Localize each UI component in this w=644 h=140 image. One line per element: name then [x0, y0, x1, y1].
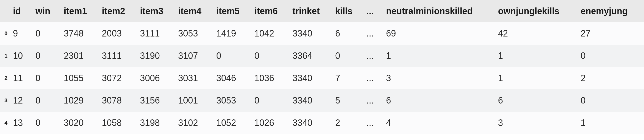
cell: 69	[384, 22, 496, 45]
col-neutralminionskilled: neutralminionskilled	[384, 0, 496, 22]
cell: 3	[496, 112, 578, 134]
cell: 2301	[62, 45, 100, 67]
cell: 3111	[138, 22, 176, 45]
table-row: 4 13 0 3020 1058 3198 3102 1052 1026 334…	[0, 112, 644, 134]
cell: 1	[578, 112, 644, 134]
cell: 6	[333, 22, 364, 45]
cell: 7	[333, 67, 364, 89]
cell: 27	[578, 22, 644, 45]
cell: 0	[33, 22, 61, 45]
cell: 6	[384, 89, 496, 112]
cell: 42	[496, 22, 578, 45]
cell: 3072	[100, 67, 138, 89]
cell: 3748	[62, 22, 100, 45]
cell: 3020	[62, 112, 100, 134]
cell: 1042	[252, 22, 290, 45]
cell: 1	[384, 45, 496, 67]
col-id: id	[10, 0, 33, 22]
cell: ...	[364, 112, 384, 134]
cell: 3340	[290, 112, 333, 134]
index-header	[0, 0, 10, 22]
cell: 3	[384, 67, 496, 89]
row-index: 4	[0, 112, 10, 134]
cell: 0	[333, 45, 364, 67]
col-enemyjung: enemyjung	[578, 0, 644, 22]
cell: 1055	[62, 67, 100, 89]
cell: 10	[10, 45, 33, 67]
cell: 0	[578, 89, 644, 112]
header-row: id win item1 item2 item3 item4 item5 ite…	[0, 0, 644, 22]
cell: 0	[252, 45, 290, 67]
table-row: 0 9 0 3748 2003 3111 3053 1419 1042 3340…	[0, 22, 644, 45]
cell: 11	[10, 67, 33, 89]
cell: 1036	[252, 67, 290, 89]
col-win: win	[33, 0, 61, 22]
cell: 3198	[138, 112, 176, 134]
row-index: 1	[0, 45, 10, 67]
row-index: 2	[0, 67, 10, 89]
table: id win item1 item2 item3 item4 item5 ite…	[0, 0, 644, 134]
cell: 0	[33, 45, 61, 67]
cell: 0	[252, 89, 290, 112]
cell: 5	[333, 89, 364, 112]
col-item5: item5	[214, 0, 252, 22]
col-item4: item4	[176, 0, 214, 22]
col-kills: kills	[333, 0, 364, 22]
col-ellipsis: ...	[364, 0, 384, 22]
table-row: 1 10 0 2301 3111 3190 3107 0 0 3364 0 ..…	[0, 45, 644, 67]
cell: 2	[333, 112, 364, 134]
cell: 3364	[290, 45, 333, 67]
cell: 13	[10, 112, 33, 134]
cell: 6	[496, 89, 578, 112]
row-index: 3	[0, 89, 10, 112]
cell: 4	[384, 112, 496, 134]
cell: 1001	[176, 89, 214, 112]
cell: 2	[578, 67, 644, 89]
cell: ...	[364, 45, 384, 67]
cell: 3053	[214, 89, 252, 112]
col-trinket: trinket	[290, 0, 333, 22]
row-index: 0	[0, 22, 10, 45]
cell: 1	[496, 67, 578, 89]
cell: 3006	[138, 67, 176, 89]
col-item1: item1	[62, 0, 100, 22]
cell: 9	[10, 22, 33, 45]
cell: 1	[496, 45, 578, 67]
cell: 3340	[290, 89, 333, 112]
cell: 1419	[214, 22, 252, 45]
cell: 2003	[100, 22, 138, 45]
cell: 1026	[252, 112, 290, 134]
cell: 3340	[290, 67, 333, 89]
col-item3: item3	[138, 0, 176, 22]
cell: 3111	[100, 45, 138, 67]
table-row: 2 11 0 1055 3072 3006 3031 3046 1036 334…	[0, 67, 644, 89]
cell: 3031	[176, 67, 214, 89]
cell: ...	[364, 22, 384, 45]
table-row: 3 12 0 1029 3078 3156 1001 3053 0 3340 5…	[0, 89, 644, 112]
cell: 0	[33, 67, 61, 89]
cell: 3340	[290, 22, 333, 45]
col-item2: item2	[100, 0, 138, 22]
cell: 1052	[214, 112, 252, 134]
cell: 0	[33, 112, 61, 134]
cell: 0	[214, 45, 252, 67]
cell: 1029	[62, 89, 100, 112]
cell: 3107	[176, 45, 214, 67]
cell: 0	[33, 89, 61, 112]
cell: 12	[10, 89, 33, 112]
cell: ...	[364, 67, 384, 89]
cell: ...	[364, 89, 384, 112]
cell: 3102	[176, 112, 214, 134]
cell: 3078	[100, 89, 138, 112]
cell: 3156	[138, 89, 176, 112]
cell: 3053	[176, 22, 214, 45]
table-head: id win item1 item2 item3 item4 item5 ite…	[0, 0, 644, 22]
cell: 3190	[138, 45, 176, 67]
col-item6: item6	[252, 0, 290, 22]
cell: 0	[578, 45, 644, 67]
cell: 3046	[214, 67, 252, 89]
dataframe-table: id win item1 item2 item3 item4 item5 ite…	[0, 0, 644, 140]
table-body: 0 9 0 3748 2003 3111 3053 1419 1042 3340…	[0, 22, 644, 134]
cell: 1058	[100, 112, 138, 134]
col-ownjunglekills: ownjunglekills	[496, 0, 578, 22]
